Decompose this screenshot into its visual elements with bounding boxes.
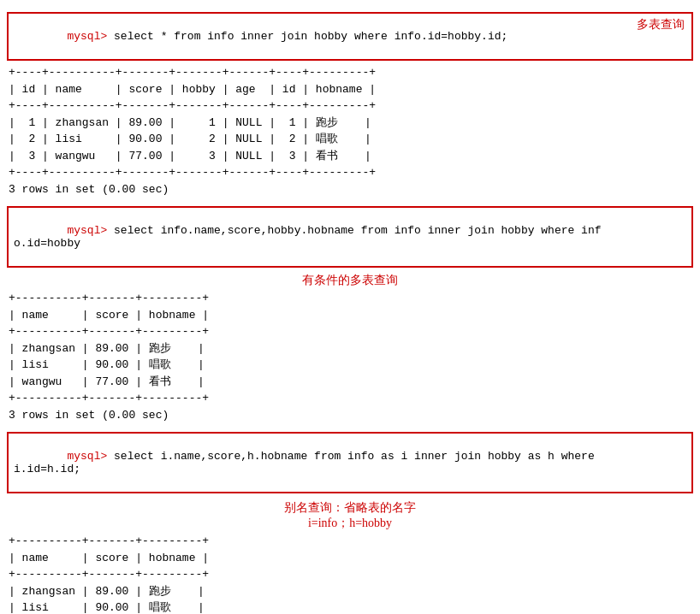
annotation-2: 有条件的多表查询 <box>7 271 693 290</box>
prompt-1: mysql> <box>67 30 107 43</box>
query-box-3: mysql> select i.name,score,h.hobname fro… <box>7 432 693 493</box>
table-rows-3: | zhangsan | 89.00 | 跑步 | | lisi | 90.00… <box>9 583 693 615</box>
query-text-1: select * from info inner join hobby wher… <box>107 30 507 43</box>
annotation-3-line2: i=info；h=hobby <box>308 516 392 531</box>
table-output-2: +----------+-------+---------+ | name | … <box>9 290 693 340</box>
section-1: mysql> select * from info inner join hob… <box>7 12 693 198</box>
main-container: mysql> select * from info inner join hob… <box>0 0 700 614</box>
annotation-1: 多表查询 <box>637 17 685 32</box>
prompt-3: mysql> <box>67 450 107 463</box>
annotation-3-line1: 别名查询：省略表的名字 <box>284 500 416 516</box>
table-footer-1: 3 rows in set (0.00 sec) <box>9 181 693 198</box>
annotation-3: 别名查询：省略表的名字 i=info；h=hobby <box>7 499 693 533</box>
section-2: mysql> select info.name,score,hobby.hobn… <box>7 206 693 423</box>
prompt-2: mysql> <box>67 224 107 237</box>
table-footer-2: 3 rows in set (0.00 sec) <box>9 407 693 424</box>
table-output-1: +----+----------+-------+-------+------+… <box>9 64 693 115</box>
query-box-1: mysql> select * from info inner join hob… <box>7 12 693 61</box>
query-box-2: mysql> select info.name,score,hobby.hobn… <box>7 206 693 268</box>
table-rows-1: | 1 | zhangsan | 89.00 | 1 | NULL | 1 | … <box>9 115 693 181</box>
section-3: mysql> select i.name,score,h.hobname fro… <box>7 432 693 614</box>
table-rows-2: | zhangsan | 89.00 | 跑步 | | lisi | 90.00… <box>9 340 693 407</box>
table-output-3: +----------+-------+---------+ | name | … <box>9 533 693 583</box>
